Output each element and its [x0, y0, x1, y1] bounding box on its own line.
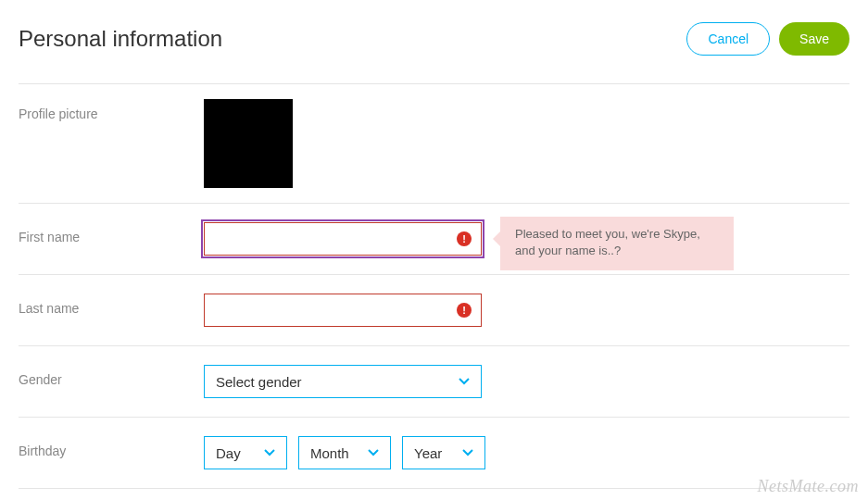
birthday-year-select[interactable]: Year [402, 436, 485, 469]
row-first-name: First name ! Pleased to meet you, we're … [19, 204, 849, 275]
chevron-down-icon [462, 447, 473, 458]
birthday-day-value: Day [216, 445, 264, 461]
header-buttons: Cancel Save [686, 22, 849, 56]
first-name-input-wrap[interactable]: ! [204, 222, 482, 256]
birthday-month-value: Month [310, 445, 368, 461]
label-gender: Gender [19, 365, 204, 387]
birthday-day-select[interactable]: Day [204, 436, 287, 469]
field-birthday: Day Month Year [204, 436, 849, 469]
row-birthday: Birthday Day Month Year [19, 418, 849, 489]
avatar[interactable] [204, 99, 293, 188]
field-last-name: ! [204, 294, 849, 327]
field-first-name: ! Pleased to meet you, we're Skype, and … [204, 222, 849, 256]
page-title: Personal information [19, 26, 222, 52]
birthday-year-value: Year [414, 445, 462, 461]
birthday-month-select[interactable]: Month [298, 436, 391, 469]
error-icon: ! [457, 231, 472, 246]
first-name-input[interactable] [214, 223, 472, 255]
label-profile-picture: Profile picture [19, 99, 204, 121]
gender-select[interactable]: Select gender [204, 365, 482, 398]
row-last-name: Last name ! [19, 275, 849, 346]
gender-select-value: Select gender [216, 374, 459, 390]
first-name-tooltip: Pleased to meet you, we're Skype, and yo… [500, 217, 734, 270]
save-button[interactable]: Save [779, 22, 849, 56]
label-birthday: Birthday [19, 436, 204, 458]
field-profile-picture [204, 99, 849, 188]
row-gender: Gender Select gender [19, 346, 849, 418]
field-gender: Select gender [204, 365, 849, 398]
watermark: NetsMate.com [758, 477, 859, 496]
cancel-button[interactable]: Cancel [686, 22, 770, 56]
label-first-name: First name [19, 222, 204, 244]
label-last-name: Last name [19, 294, 204, 316]
last-name-input[interactable] [214, 294, 472, 326]
chevron-down-icon [459, 376, 470, 387]
chevron-down-icon [264, 447, 275, 458]
last-name-input-wrap[interactable]: ! [204, 294, 482, 327]
row-language: Language Add language ! [19, 489, 849, 500]
row-profile-picture: Profile picture [19, 84, 849, 204]
error-icon: ! [457, 303, 472, 318]
chevron-down-icon [368, 447, 379, 458]
